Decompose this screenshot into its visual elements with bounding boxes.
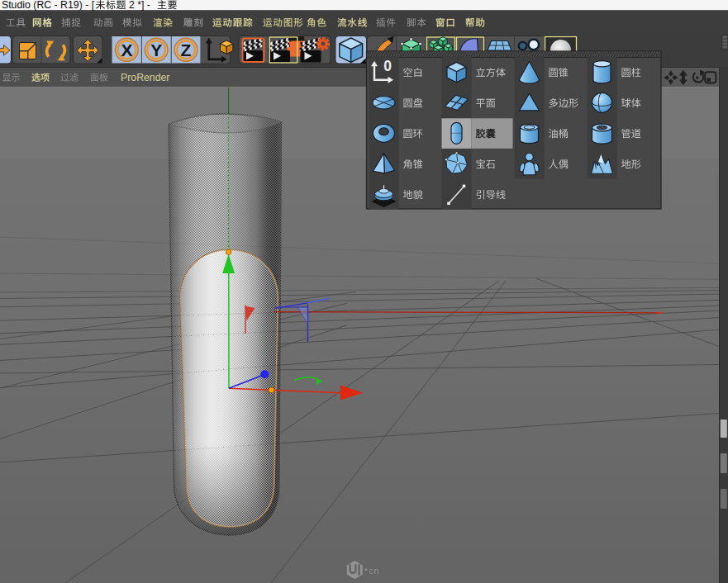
- svg-text:0: 0: [383, 58, 392, 74]
- svg-text:Z: Z: [181, 40, 192, 59]
- svg-text:X: X: [121, 40, 132, 59]
- svg-text:cn: cn: [369, 566, 380, 576]
- svg-text:2 *] -: 2 *] -: [129, 0, 150, 11]
- svg-text:Studio (RC - R19) - [: Studio (RC - R19) - [: [2, 0, 95, 11]
- svg-text:Y: Y: [150, 40, 162, 59]
- svg-text:ProRender: ProRender: [121, 72, 169, 83]
